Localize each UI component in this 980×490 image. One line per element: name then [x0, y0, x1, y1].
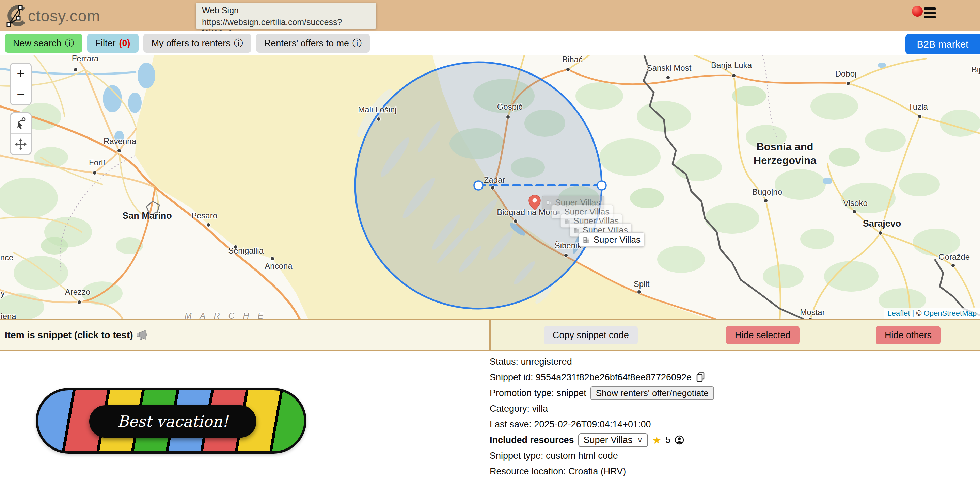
hide-others-button[interactable]: Hide others	[876, 326, 940, 344]
map-label-forl-: Forlì	[89, 158, 105, 167]
map-label-gospi-: Gospić	[497, 102, 523, 112]
edit-shape-tool-button[interactable]	[11, 113, 31, 134]
map-city-dot	[491, 186, 495, 190]
map-city-dot	[638, 290, 641, 294]
map-city-dot	[93, 171, 96, 174]
promotion-row: Promotion type: snippet Show renters' of…	[490, 385, 898, 401]
logo-text: ctosy.com	[28, 7, 100, 25]
map-label-gora-de: Goražde	[939, 252, 970, 262]
rating-value: 5	[665, 435, 670, 446]
map-city-dot	[514, 219, 517, 223]
map-label-tuzla: Tuzla	[908, 102, 928, 112]
map-label-senigallia: Senigallia	[228, 246, 264, 255]
category-text: Category: villa	[490, 404, 548, 414]
last-save-row: Last save: 2025-02-26T09:04:14+01:00	[490, 417, 898, 432]
building-icon	[573, 225, 579, 235]
my-offers-label: My offers to renters	[151, 38, 231, 49]
leaflet-link[interactable]: Leaflet	[888, 309, 910, 317]
snippet-id-text: Snippet id: 9554a231f82be26bf64f8ee87726…	[490, 372, 692, 383]
last-save-text: Last save: 2025-02-26T09:04:14+01:00	[490, 419, 651, 430]
snippet-details-panel: Status: unregistered Snippet id: 9554a23…	[490, 354, 898, 479]
snippet-id-row: Snippet id: 9554a231f82be26bf64f8ee87726…	[490, 369, 898, 385]
included-resources-label: Included resources	[490, 435, 574, 446]
info-icon: ⓘ	[352, 37, 362, 49]
map-label-sanski-most: Sanski Most	[647, 63, 692, 73]
snippet-type-row: Snippet type: custom html code	[490, 448, 898, 463]
edit-toolbar	[10, 112, 32, 155]
filter-button[interactable]: Filter (0)	[87, 34, 138, 53]
websign-notification[interactable]: Web Sign https://websign.certilia.com/su…	[196, 3, 376, 29]
openstreetmap-link[interactable]: OpenStreetMap	[924, 309, 977, 317]
map-label-mostar: Mostar	[800, 308, 825, 317]
map-label-ancona: Ancona	[264, 261, 292, 271]
included-resources-row: Included resources Super Villas ∨ ★ 5	[490, 432, 898, 448]
zoom-out-button[interactable]: −	[11, 84, 31, 105]
zoom-in-button[interactable]: +	[11, 63, 31, 84]
badge-text: Best vacation!	[117, 412, 228, 430]
building-icon	[555, 207, 561, 216]
status-text: Status: unregistered	[490, 357, 572, 367]
renter-profile-icon[interactable]	[675, 435, 684, 445]
star-rating-icon: ★	[652, 434, 661, 446]
map-label-herzegovina: Herzegovina	[754, 154, 816, 167]
tooltip-label: Super Villas	[593, 235, 641, 245]
renters-offers-button[interactable]: Renters' offers to me ⓘ	[256, 34, 370, 53]
map-city-dot	[846, 82, 850, 85]
map-label-biha-: Bihać	[562, 55, 582, 64]
marker-tooltip[interactable]: Super Villas	[579, 232, 644, 247]
map-city-dot	[667, 76, 670, 79]
map-label-ravenna: Ravenna	[103, 136, 136, 146]
map-city-dot	[118, 149, 121, 152]
renters-offers-label: Renters' offers to me	[264, 38, 349, 49]
move-tool-button[interactable]	[11, 134, 31, 154]
map-label-nce: nce	[0, 253, 14, 262]
map-label-zadar: Zadar	[484, 175, 505, 185]
map-label--ibenik: Šibenik	[555, 241, 582, 251]
map-city-dot	[853, 210, 856, 213]
map-label-visoko: Visoko	[843, 198, 868, 208]
selected-resource: Super Villas	[584, 435, 633, 446]
notification-title: Web Sign	[202, 5, 370, 15]
my-offers-button[interactable]: My offers to renters ⓘ	[143, 34, 251, 53]
map-city-dot	[377, 117, 380, 121]
included-resources-select[interactable]: Super Villas ∨	[578, 433, 648, 447]
snippet-buttons-area: Copy snippet code Hide selected Hide oth…	[491, 320, 980, 350]
resource-location-row: Resource location: Croatia (HRV)	[490, 463, 898, 479]
show-renters-offer-button[interactable]: Show renters' offer/negotiate	[590, 386, 714, 400]
status-red-dot-icon	[912, 6, 923, 17]
b2b-market-button[interactable]: B2B market	[905, 34, 980, 54]
circle-center-handle	[474, 181, 483, 190]
map-label-split: Split	[634, 279, 650, 289]
snippet-type-text: Snippet type: custom html code	[490, 450, 618, 461]
map-city-dot	[918, 115, 921, 118]
app-header: ctosy.com Web Sign https://websign.certi…	[0, 0, 980, 32]
map-city-dot	[878, 232, 882, 235]
map-label-ferrara: Ferrara	[72, 55, 99, 63]
map-label-m-a-r-c-h-e: M A R C H E	[185, 311, 266, 320]
snippet-test-label: Item is snippet (click to test)	[5, 330, 133, 341]
map-container[interactable]: FerraraRavennaForlìSan MarinoPesaroSenig…	[0, 55, 980, 319]
map-tiles	[0, 55, 980, 319]
map-label-arezzo: Arezzo	[65, 287, 91, 297]
map-city-dot	[78, 300, 81, 304]
snippet-preview-badge[interactable]: Best vacation!	[36, 388, 307, 454]
circle-radius-handle	[597, 181, 606, 190]
new-search-button[interactable]: New search ⓘ	[5, 34, 83, 53]
hamburger-menu-icon[interactable]	[924, 8, 936, 18]
megaphone-icon	[137, 330, 148, 340]
snippet-test-area[interactable]: Item is snippet (click to test)	[0, 320, 489, 350]
hide-selected-button[interactable]: Hide selected	[726, 326, 800, 344]
copyright-symbol: ©	[916, 309, 921, 317]
app-logo[interactable]: ctosy.com	[5, 4, 100, 28]
map-city-dot	[271, 257, 274, 260]
map-city-dot	[809, 318, 812, 319]
copy-id-icon[interactable]	[696, 372, 705, 383]
map-label-sarajevo: Sarajevo	[863, 219, 901, 229]
promotion-text: Promotion type: snippet	[490, 388, 586, 398]
map-city-dot	[764, 199, 767, 203]
map-label-pesaro: Pesaro	[191, 211, 217, 220]
snippet-action-bar: Item is snippet (click to test) Copy sni…	[0, 319, 980, 351]
map-city-dot	[564, 254, 568, 257]
building-icon	[582, 235, 590, 244]
copy-snippet-code-button[interactable]: Copy snippet code	[544, 326, 638, 344]
